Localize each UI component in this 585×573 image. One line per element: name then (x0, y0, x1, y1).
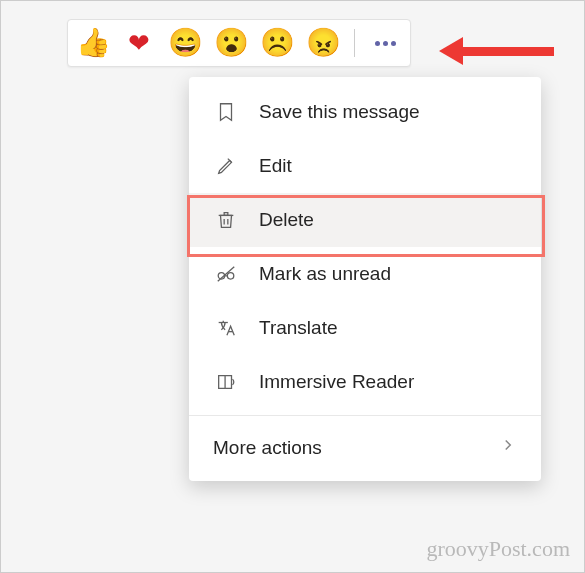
reaction-toolbar: 👍 ❤ 😄 😮 ☹️ 😠 (67, 19, 411, 67)
glasses-off-icon (213, 261, 239, 287)
menu-item-label: Mark as unread (259, 263, 391, 285)
menu-separator (189, 415, 541, 416)
toolbar-divider (354, 29, 355, 57)
chevron-right-icon (499, 436, 517, 459)
menu-item-more-actions[interactable]: More actions (189, 422, 541, 473)
menu-item-label: Immersive Reader (259, 371, 414, 393)
menu-item-immersive-reader[interactable]: Immersive Reader (189, 355, 541, 409)
reaction-laugh[interactable]: 😄 (168, 26, 202, 60)
reaction-heart[interactable]: ❤ (122, 26, 156, 60)
menu-item-label: Translate (259, 317, 338, 339)
reaction-surprised[interactable]: 😮 (214, 26, 248, 60)
menu-item-label: Save this message (259, 101, 420, 123)
message-context-menu: Save this message Edit Delete Mark as un… (189, 77, 541, 481)
menu-item-save[interactable]: Save this message (189, 85, 541, 139)
arrow-annotation (439, 37, 554, 65)
reader-icon (213, 369, 239, 395)
menu-item-translate[interactable]: Translate (189, 301, 541, 355)
translate-icon (213, 315, 239, 341)
reaction-sad[interactable]: ☹️ (260, 26, 294, 60)
menu-item-mark-unread[interactable]: Mark as unread (189, 247, 541, 301)
menu-item-delete[interactable]: Delete (189, 193, 541, 247)
menu-item-label: More actions (213, 437, 322, 459)
watermark: groovyPost.com (426, 536, 570, 562)
menu-item-label: Edit (259, 155, 292, 177)
bookmark-icon (213, 99, 239, 125)
menu-item-edit[interactable]: Edit (189, 139, 541, 193)
svg-point-3 (227, 273, 233, 279)
reaction-like[interactable]: 👍 (76, 26, 110, 60)
menu-item-label: Delete (259, 209, 314, 231)
reaction-angry[interactable]: 😠 (306, 26, 340, 60)
pencil-icon (213, 153, 239, 179)
more-options-button[interactable] (369, 35, 402, 52)
trash-icon (213, 207, 239, 233)
